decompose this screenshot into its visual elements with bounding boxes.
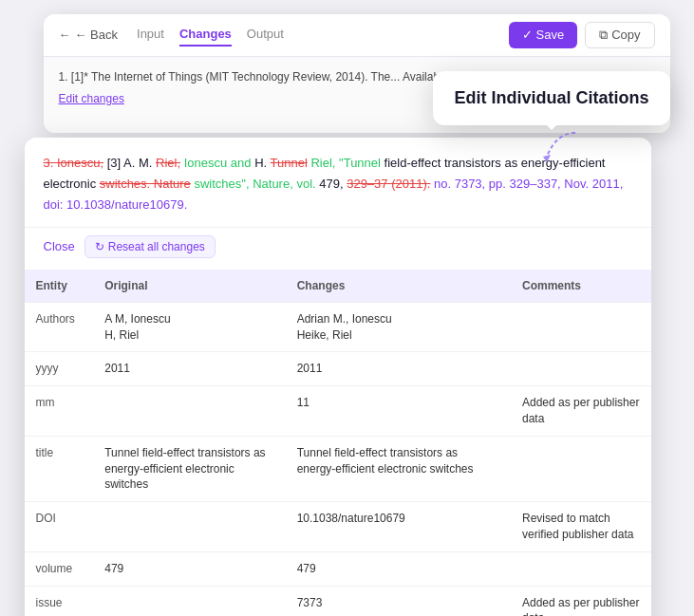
cell-comments: Added as per publisher data (511, 386, 651, 437)
toolbar: ← ← Back Input Changes Output ✓ Save (44, 14, 670, 57)
citation-actions: Close ↻ Reseat all changes (25, 228, 651, 270)
normal-text-1: [3] A. M. (107, 156, 156, 170)
cell-changes: 11 (286, 386, 511, 437)
inserted-text-1: Ionescu and (184, 156, 252, 170)
inserted-text-2: Riel, "Tunnel (310, 156, 381, 170)
table-row: yyyy20112011 (25, 352, 651, 386)
table-row: issue7373Added as per publisher data (25, 586, 651, 616)
svg-marker-0 (543, 155, 551, 162)
table-header-row: Entity Original Changes Comments (25, 270, 651, 303)
deleted-text-5: 329–37 (2011). (347, 177, 430, 191)
tab-output[interactable]: Output (247, 23, 284, 47)
copy-icon: ⧉ (599, 28, 608, 43)
cell-comments (511, 302, 651, 352)
cell-entity: mm (25, 386, 94, 437)
cell-comments: Revised to match verified publisher data (511, 502, 651, 552)
deleted-text-2: Riel, (156, 156, 180, 170)
citations-table: Entity Original Changes Comments Authors… (25, 270, 651, 616)
tab-input[interactable]: Input (137, 23, 164, 47)
normal-text-7: 479, (319, 177, 347, 191)
table-row: AuthorsA M, Ionescu H, RielAdrian M., Io… (25, 302, 651, 352)
tooltip-label: Edit Individual Citations (454, 88, 648, 107)
cell-original: 479 (93, 551, 285, 586)
cell-original (93, 502, 285, 552)
cell-entity: title (25, 436, 94, 501)
table-row: mm11Added as per publisher data (25, 386, 651, 437)
cell-comments (511, 551, 651, 586)
back-label[interactable]: ← Back (75, 28, 119, 42)
save-button[interactable]: ✓ Save (509, 22, 578, 48)
back-button[interactable]: ← ← Back (59, 28, 119, 42)
cell-changes: 2011 (286, 352, 511, 386)
cell-original: A M, Ionescu H, Riel (93, 302, 285, 352)
col-original: Original (93, 270, 285, 303)
normal-text-3: H. (254, 156, 270, 170)
cell-changes: Tunnel field-effect transistors as energ… (286, 436, 511, 501)
cell-changes: 10.1038/nature10679 (286, 502, 511, 552)
cell-entity: Authors (25, 302, 94, 352)
inserted-text-3: switches", Nature, vol. (194, 177, 315, 191)
reset-icon: ↻ (95, 240, 104, 253)
cell-comments: Added as per publisher data (511, 586, 651, 616)
cell-changes: Adrian M., Ionescu Heike, Riel (286, 302, 511, 352)
cell-entity: yyyy (25, 352, 94, 386)
back-icon: ← (59, 28, 71, 42)
cell-original: 2011 (93, 352, 285, 386)
cell-entity: volume (25, 551, 94, 586)
cell-original (93, 586, 285, 616)
cell-changes: 479 (286, 551, 511, 586)
deleted-text-1: 3. Ionescu, (44, 156, 104, 170)
col-changes: Changes (286, 270, 511, 303)
cell-entity: DOI (25, 502, 94, 552)
tab-changes[interactable]: Changes (179, 23, 232, 47)
close-link[interactable]: Close (44, 239, 75, 253)
cell-comments (511, 436, 651, 501)
col-comments: Comments (511, 270, 651, 303)
cell-comments (511, 352, 651, 386)
reset-button[interactable]: ↻ Reseat all changes (84, 235, 216, 258)
tooltip-bubble: Edit Individual Citations (433, 71, 669, 125)
arrow-connector (537, 128, 594, 166)
deleted-text-4: switches. Nature (100, 177, 191, 191)
cell-changes: 7373 (286, 586, 511, 616)
check-icon: ✓ (522, 28, 533, 42)
toolbar-tabs: Input Changes Output (137, 23, 489, 47)
table-row: volume479479 (25, 551, 651, 586)
deleted-text-3: Tunnel (271, 156, 308, 170)
cell-original (93, 386, 285, 437)
table-row: DOI10.1038/nature10679Revised to match v… (25, 502, 651, 552)
toolbar-actions: ✓ Save ⧉ Copy (509, 22, 655, 48)
cell-entity: issue (25, 586, 94, 616)
cell-original: Tunnel field-effect transistors as energ… (93, 436, 285, 501)
table-row: titleTunnel field-effect transistors as … (25, 436, 651, 501)
copy-button[interactable]: ⧉ Copy (585, 22, 654, 48)
col-entity: Entity (25, 270, 94, 303)
citation-detail-card: 3. Ionescu, [3] A. M. Riel, Ionescu and … (25, 138, 651, 617)
